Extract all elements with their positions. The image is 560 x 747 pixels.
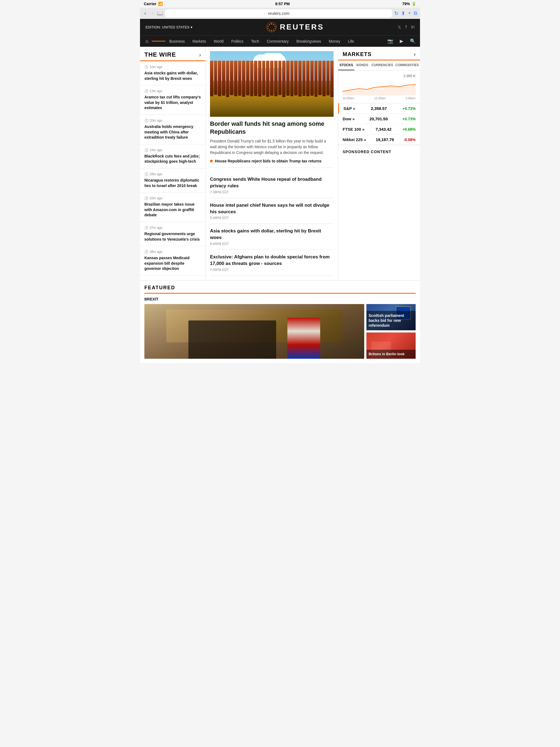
status-left: Carrier 📶: [144, 2, 163, 6]
wire-item-title: Brazilian mayor takes issue with Amazon.…: [144, 202, 201, 218]
nav-bar: ⌂ Business Markets World Politics Tech C…: [140, 35, 420, 47]
nav-links: Business Markets World Politics Tech Com…: [166, 36, 385, 47]
brexit-main-image[interactable]: [144, 304, 364, 359]
wire-more-arrow[interactable]: ›: [199, 52, 201, 58]
nav-politics[interactable]: Politics: [228, 36, 247, 47]
market-row-ftse[interactable]: FTSE 100 » 7,343.42 +0.68%: [338, 124, 420, 134]
clock-icon: 🕐: [144, 196, 149, 200]
nav-icons: 📷 ▶ 🔍: [385, 36, 418, 46]
hero-image[interactable]: [210, 51, 334, 117]
article-time: 5:48PM EDT: [210, 216, 334, 220]
article-title: Exclusive: Afghans plan to double specia…: [210, 254, 334, 267]
bookmark-button[interactable]: 📖: [157, 10, 163, 17]
facebook-icon[interactable]: f: [406, 25, 407, 30]
status-time: 8:57 PM: [275, 2, 289, 6]
market-change: -0.08%: [404, 137, 416, 142]
nav-breakingviews[interactable]: Breakingviews: [292, 36, 325, 47]
market-chart-svg: [342, 79, 416, 96]
market-row-sp[interactable]: S&P » 2,358.57 +0.73%: [338, 103, 420, 114]
edition-label[interactable]: EDITION: UNITED STATES ▾: [146, 25, 193, 29]
chart-value-label: 2.365 K: [342, 74, 416, 78]
nav-world[interactable]: World: [210, 36, 227, 47]
camera-button[interactable]: 📷: [385, 36, 396, 46]
svg-marker-14: [342, 84, 416, 96]
nav-tech[interactable]: Tech: [247, 36, 263, 47]
featured-section: FEATURED BREXIT: [140, 280, 420, 363]
featured-header: FEATURED: [144, 285, 416, 294]
tabs-button[interactable]: ⧉: [414, 10, 417, 16]
wire-title: THE WIRE: [144, 51, 176, 58]
related-link[interactable]: House Republicans reject bids to obtain …: [210, 159, 334, 168]
wire-item[interactable]: 🕐 37m ago Regional governments urge solu…: [140, 222, 205, 246]
reload-button[interactable]: ↻: [394, 10, 399, 17]
wire-item-time: 🕐 33m ago: [144, 196, 201, 200]
clock-icon: 🕐: [144, 226, 149, 230]
wire-item[interactable]: 🕐 24m ago BlackRock cuts fees and jobs; …: [140, 145, 205, 169]
brexit-grid: Scottish parliament backs bid for new re…: [144, 304, 416, 359]
search-button[interactable]: 🔍: [408, 36, 418, 46]
article-list-item[interactable]: Exclusive: Afghans plan to double specia…: [210, 250, 334, 276]
wire-item-title: Australia holds emergency meeting with C…: [144, 124, 201, 140]
market-name: Nikkei 225 »: [342, 137, 366, 142]
market-value: 7,343.42: [376, 127, 391, 131]
svg-point-1: [271, 23, 272, 25]
wire-item-title: Asia stocks gains with dollar, sterling …: [144, 71, 201, 81]
nav-active-indicator: [152, 41, 166, 42]
browser-actions: ↻ ⬆ + ⧉: [394, 10, 417, 17]
nav-markets[interactable]: Markets: [189, 36, 210, 47]
markets-header: MARKETS ›: [338, 47, 420, 60]
reuters-wordmark: REUTERS: [280, 23, 324, 31]
edition-dropdown-icon: ▾: [190, 25, 193, 29]
wire-item-time: 🕐 13m ago: [144, 89, 201, 93]
article-time: 7:38PM EDT: [210, 190, 334, 194]
brexit-scottish-parliament-image[interactable]: Scottish parliament backs bid for new re…: [366, 304, 416, 330]
wire-item[interactable]: 🕐 13m ago Aramco tax cut lifts company's…: [140, 85, 205, 115]
back-button[interactable]: ‹: [143, 10, 148, 17]
tab-commodities[interactable]: COMMODITIES: [394, 60, 420, 70]
svg-point-8: [268, 28, 269, 29]
brexit-label: BREXIT: [144, 297, 416, 301]
wire-item[interactable]: 🕐 33m ago Brazilian mayor takes issue wi…: [140, 192, 205, 222]
wire-item-title: Kansas passes Medicaid expansion bill de…: [144, 255, 201, 272]
wire-item[interactable]: 🕐 10m ago Asia stocks gains with dollar,…: [140, 61, 205, 85]
wire-item-time: 🕐 38m ago: [144, 250, 201, 254]
home-button[interactable]: ⌂: [142, 35, 152, 47]
svg-point-3: [275, 26, 276, 27]
market-change: +0.73%: [403, 106, 416, 111]
new-tab-button[interactable]: +: [408, 10, 411, 16]
svg-point-2: [273, 24, 274, 25]
markets-tabs: STOCKS BONDS CURRENCIES COMMODITIES: [338, 60, 420, 71]
related-link-text: House Republicans reject bids to obtain …: [215, 159, 322, 163]
tab-stocks[interactable]: STOCKS: [338, 60, 354, 70]
svg-point-5: [273, 29, 274, 31]
url-bar[interactable]: [165, 9, 392, 17]
wire-item[interactable]: 🕐 38m ago Kansas passes Medicaid expansi…: [140, 246, 205, 276]
twitter-icon[interactable]: 𝕏: [398, 25, 401, 30]
article-list-item[interactable]: House intel panel chief Nunes says he wi…: [210, 198, 334, 224]
scottish-parliament-overlay: Scottish parliament backs bid for new re…: [366, 311, 416, 330]
hero-headline[interactable]: Border wall funds hit snag among some Re…: [210, 120, 334, 136]
nav-business[interactable]: Business: [166, 36, 189, 47]
content-area: THE WIRE › 🕐 10m ago Asia stocks gains w…: [140, 47, 420, 280]
forward-button[interactable]: ›: [150, 10, 155, 17]
video-button[interactable]: ▶: [398, 36, 406, 46]
wire-item[interactable]: 🕐 28m ago Nicaragua restores diplomatic …: [140, 169, 205, 192]
linkedin-icon[interactable]: in: [411, 25, 414, 30]
nav-commentary[interactable]: Commentary: [263, 36, 292, 47]
market-row-dow[interactable]: Dow » 20,701.50 +0.73%: [338, 114, 420, 124]
article-title: House intel panel chief Nunes says he wi…: [210, 202, 334, 215]
share-button[interactable]: ⬆: [401, 10, 405, 17]
nav-money[interactable]: Money: [325, 36, 344, 47]
market-row-nikkei[interactable]: Nikkei 225 » 19,187.79 -0.08%: [338, 134, 420, 145]
markets-more-arrow[interactable]: ›: [414, 51, 416, 57]
tab-currencies[interactable]: CURRENCIES: [371, 60, 394, 70]
battery-icon: 🔋: [411, 2, 416, 6]
tab-bonds[interactable]: BONDS: [354, 60, 371, 70]
nav-life[interactable]: Life: [344, 36, 358, 47]
brexit-britons-berlin-image[interactable]: Britons in Berlin look: [366, 333, 416, 359]
wire-item-time: 🕐 37m ago: [144, 226, 201, 230]
article-list-item[interactable]: Congress sends White House repeal of bro…: [210, 172, 334, 198]
article-list-item[interactable]: Asia stocks gains with dollar, sterling …: [210, 224, 334, 250]
reuters-logo[interactable]: REUTERS: [266, 22, 324, 32]
wire-item[interactable]: 🕐 20m ago Australia holds emergency meet…: [140, 115, 205, 145]
